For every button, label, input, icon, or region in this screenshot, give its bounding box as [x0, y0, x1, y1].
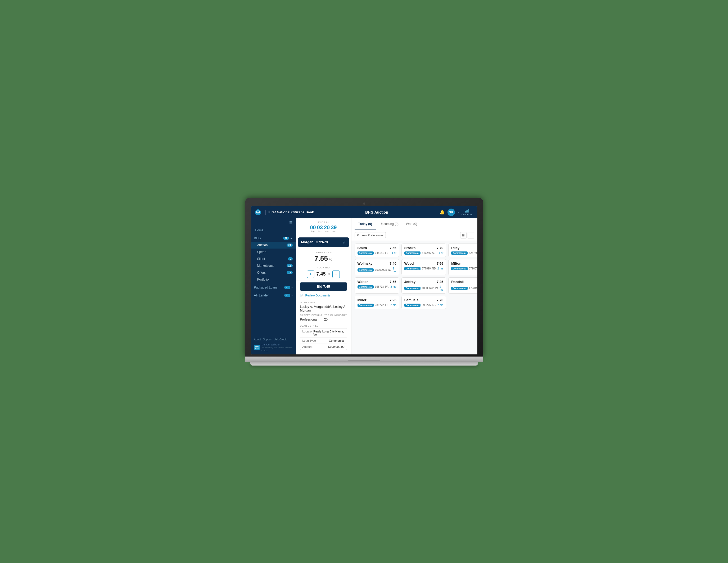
silent-label: Silent	[257, 257, 265, 261]
loan-type-badge: Commercial	[404, 267, 421, 270]
support-link[interactable]: Support	[263, 338, 272, 341]
loan-card[interactable]: Stocks 7.70 Commercial 347255 AL 1 hr	[401, 244, 446, 257]
sidebar-item-home[interactable]: Home	[251, 227, 296, 234]
bid-plus-button[interactable]: +	[307, 271, 314, 278]
loan-card-footer: Commercial 17234576 NJ 2 hrs	[451, 285, 477, 291]
timer-min: 20 min	[324, 225, 330, 232]
loan-time: 2 hrs	[390, 285, 396, 288]
brand-logo: BHGBANK	[254, 345, 260, 350]
header-right: 🔔 SG ▾ Connected	[440, 209, 473, 216]
about-link[interactable]: About	[254, 338, 261, 341]
ask-credit-link[interactable]: Ask Credit	[274, 338, 287, 341]
sidebar-item-portfolio[interactable]: Portfolio	[251, 276, 296, 283]
loan-card[interactable]: Samuels 7.70 Commercial 399275 KS 2 hrs	[401, 296, 446, 309]
loan-card[interactable]: Randall 7.45 Commercial 17234576 NJ 2 hr…	[448, 277, 477, 294]
laptop-base	[245, 357, 483, 362]
loan-prefs-label: Loan Preferences	[361, 234, 384, 237]
doc-icon: 📄	[300, 294, 304, 297]
tabs-bar: Today (0) Upcoming (0) Won (0)	[351, 218, 477, 230]
sidebar-item-auction[interactable]: Auction 24	[251, 242, 296, 249]
loan-card-name: Stocks	[404, 246, 416, 250]
speed-label: Speed	[257, 250, 266, 254]
loan-card[interactable]: Walter 7.55 Commercial 355778 PA 2 hrs	[355, 277, 399, 294]
loan-card[interactable]: Smith 7.55 Commercial 348131 FL 1 hr	[355, 244, 399, 257]
sidebar-item-marketplace[interactable]: Marketplace 12	[251, 262, 296, 269]
sidebar-section-bhg-header[interactable]: BHG 57 ▲	[251, 235, 296, 242]
bid-minus-button[interactable]: −	[332, 271, 340, 278]
loan-card-rate: 7.40	[390, 262, 396, 265]
sidebar-section-aflender: AF Lender 57 ▾	[251, 292, 296, 299]
loan-preferences-button[interactable]: ⚙ Loan Preferences	[355, 232, 386, 238]
bid-controls: + 7.45 % −	[300, 271, 347, 278]
current-bid-display: 7.55 %	[300, 254, 347, 263]
bid-submit-button[interactable]: Bid 7.45	[300, 282, 347, 291]
your-bid-section: YOUR BID + 7.45 % −	[296, 265, 351, 281]
loan-type-key: Loan Type	[302, 339, 316, 342]
review-docs-link[interactable]: 📄 Review Documents	[296, 292, 351, 299]
loan-card[interactable]: Jeffrey 7.25 Commercial 10000672 PA 2 hr…	[401, 277, 446, 294]
bank-name: First National Citizens Bank	[268, 210, 314, 214]
sidebar-packaged-header[interactable]: Packaged Loans 57 ▾	[251, 284, 296, 291]
loan-card-header: Randall 7.45	[451, 280, 477, 284]
marketplace-label: Marketplace	[257, 264, 274, 268]
bid-pct-symbol: %	[328, 273, 331, 276]
grid-view-button[interactable]: ⊞	[460, 232, 467, 238]
chevron-down-icon[interactable]: ▾	[458, 211, 459, 214]
loan-card[interactable]: Riley 7.55 Commercial 325789 VA 1 hr	[448, 244, 477, 257]
sidebar-item-speed[interactable]: Speed	[251, 249, 296, 255]
member-website-link[interactable]: Member Website	[261, 343, 279, 346]
current-bid-value: 7.55	[314, 254, 328, 262]
loan-time: 2 hrs	[440, 285, 443, 291]
days-label: days	[311, 230, 315, 232]
sidebar-item-offers[interactable]: Offers 16	[251, 269, 296, 276]
loan-state: FL	[385, 304, 388, 307]
loan-card[interactable]: Miller 7.25 Commercial 389772 FL 2 hrs	[355, 296, 399, 309]
bar1	[465, 211, 466, 213]
aflender-badge: 57	[284, 294, 290, 297]
connected-status: Connected	[462, 209, 473, 216]
loan-card-header: Walter 7.55	[358, 280, 396, 284]
sec-label: sec	[332, 230, 335, 232]
yrs-col: YRS IN INDUSTRY 20	[324, 314, 347, 323]
loan-state: KS	[432, 304, 436, 307]
bhg-logo	[255, 209, 261, 215]
list-view-button[interactable]: ☰	[468, 232, 474, 238]
detail-row-type: Loan Type Commercial	[300, 338, 347, 344]
loan-state: PA	[435, 287, 438, 290]
review-docs-label: Review Documents	[305, 294, 331, 297]
loan-card[interactable]: Milton 7.40 Commercial 579867 TX 2 hrs	[448, 259, 477, 275]
loan-state: NJ	[388, 268, 391, 271]
tab-today[interactable]: Today (0)	[355, 219, 376, 229]
tab-upcoming[interactable]: Upcoming (0)	[376, 219, 402, 229]
loan-header-card[interactable]: Morgan | 372679 ☆	[298, 237, 349, 247]
star-icon[interactable]: ☆	[342, 240, 346, 244]
sec-value: 39	[331, 225, 337, 230]
career-row: CAREER DETAILS Professional YRS IN INDUS…	[300, 314, 347, 323]
view-toggle: ⊞ ☰	[460, 232, 474, 238]
tab-won-label: Won (0)	[406, 222, 417, 226]
loan-id: 10000672	[422, 287, 434, 290]
loan-details-table: Location Really Long City Name, VA Loan …	[300, 328, 347, 350]
tab-won[interactable]: Won (0)	[402, 219, 421, 229]
sidebar-item-silent[interactable]: Silent 5	[251, 255, 296, 262]
loan-card[interactable]: Wolinsky 7.40 Commercial 10050028 NJ 2 h…	[355, 259, 399, 275]
marketplace-badge: 12	[287, 264, 292, 267]
loan-card-rate: 7.25	[390, 298, 396, 302]
aflender-label: AF Lender	[254, 294, 269, 297]
menu-icon[interactable]: ☰	[289, 220, 293, 225]
loan-card-footer: Commercial 577890 ND 2 hrs	[404, 267, 444, 270]
sidebar-section-bhg: BHG 57 ▲ Auction 24 Speed	[251, 235, 296, 283]
home-label: Home	[255, 228, 264, 232]
sidebar-aflender-header[interactable]: AF Lender 57 ▾	[251, 292, 296, 299]
offers-badge: 16	[287, 271, 292, 274]
loan-card[interactable]: Wood 7.55 Commercial 577890 ND 2 hrs	[401, 259, 446, 275]
loan-card-header: Jeffrey 7.25	[404, 280, 444, 284]
bell-icon[interactable]: 🔔	[440, 210, 445, 215]
current-bid-label: CURRENT BID	[300, 251, 347, 254]
bar4	[468, 209, 469, 213]
loan-type-badge: Commercial	[358, 251, 374, 255]
timer-row: 00 days 03 hrs 20 min	[298, 225, 349, 232]
loan-time: 2 hrs	[390, 304, 396, 307]
avatar[interactable]: SG	[447, 209, 455, 216]
loan-card-rate: 7.55	[437, 262, 443, 265]
